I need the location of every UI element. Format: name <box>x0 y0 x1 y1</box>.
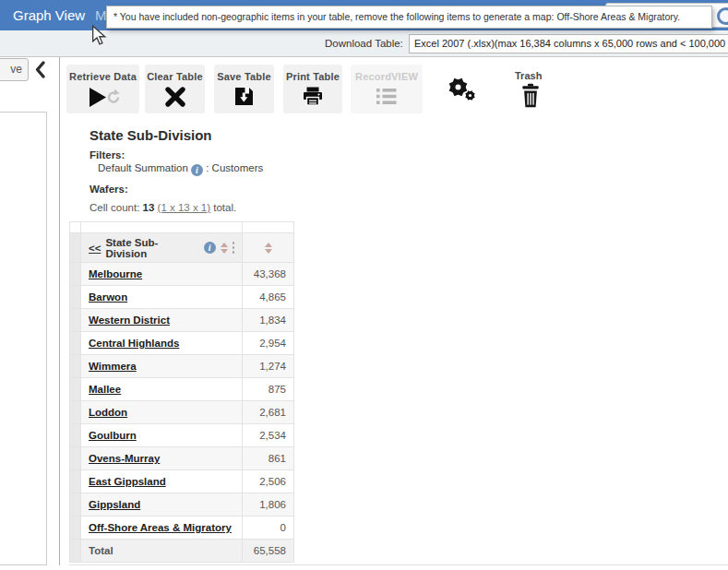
total-row: Total 65,558 <box>70 540 294 563</box>
cell-count-link[interactable]: (1 x 13 x 1) <box>158 202 211 213</box>
clear-table-label: Clear Table <box>145 71 205 82</box>
tab-graph-view[interactable]: Graph View <box>13 0 85 30</box>
retrieve-data-button[interactable]: Retrieve Data <box>66 65 139 113</box>
row-label-link[interactable]: Central Highlands <box>89 338 179 349</box>
row-handle-cell <box>70 378 81 401</box>
row-handle-cell <box>70 540 81 563</box>
save-icon <box>214 86 274 110</box>
row-label-link[interactable]: Goulburn <box>89 430 137 441</box>
settings-gears-icon[interactable] <box>447 76 478 103</box>
spacer-row <box>70 222 294 233</box>
total-value-cell: 65,558 <box>243 540 294 563</box>
row-label-link[interactable]: Barwon <box>89 291 127 303</box>
row-label-link[interactable]: Ovens-Murray <box>89 453 160 464</box>
row-label-link[interactable]: Off-Shore Areas & Migratory <box>89 522 232 533</box>
filters-label: Filters: <box>90 149 125 160</box>
row-value: 1,834 <box>243 309 294 332</box>
download-table-label: Download Table: <box>325 30 403 56</box>
filter-name: Default Summation <box>98 162 188 173</box>
row-handle-cell <box>70 470 81 493</box>
row-label-link[interactable]: Mallee <box>89 384 121 395</box>
page-title: State Sub-Division <box>90 127 212 143</box>
row-handle-cell <box>70 517 81 540</box>
download-format-select[interactable]: Excel 2007 (.xlsx)(max 16,384 columns x … <box>409 34 728 53</box>
column-menu-dots-icon[interactable] <box>233 242 238 254</box>
row-handle-cell <box>70 493 81 517</box>
retrieve-data-label: Retrieve Data <box>66 71 139 82</box>
row-value: 875 <box>243 378 294 401</box>
row-handle-cell <box>70 309 81 332</box>
table-row: Melbourne 43,368 <box>70 263 294 286</box>
wafers-label: Wafers: <box>90 184 128 195</box>
save-table-label: Save Table <box>214 71 274 82</box>
column-header-cell: << State Sub-Division i <box>81 233 243 263</box>
table-row: Barwon 4,865 <box>70 286 294 309</box>
row-label-link[interactable]: Gippsland <box>89 499 140 510</box>
filter-value: Customers <box>212 162 264 173</box>
row-value: 43,368 <box>243 263 294 286</box>
trash-label: Trash <box>515 70 542 81</box>
table-row: Western District 1,834 <box>70 309 294 332</box>
row-label-link[interactable]: Melbourne <box>89 268 142 279</box>
row-value: 861 <box>243 447 294 470</box>
row-value: 2,681 <box>243 401 294 424</box>
trash-icon[interactable] <box>519 83 543 109</box>
row-value: 2,534 <box>243 424 294 447</box>
row-value: 1,274 <box>243 355 294 378</box>
row-handle-cell <box>70 424 81 447</box>
info-icon[interactable]: i <box>191 164 203 176</box>
sidebar-divider <box>59 57 60 565</box>
move-column-link[interactable]: << <box>89 243 101 254</box>
help-circle-icon[interactable] <box>717 7 728 25</box>
recordview-label: RecordVIEW <box>351 71 423 82</box>
row-handle-cell <box>70 401 81 424</box>
play-refresh-icon <box>66 86 139 110</box>
row-value: 1,806 <box>243 493 294 517</box>
total-label-cell: Total <box>81 540 243 563</box>
cell-count-line: Cell count: 13 (1 x 13 x 1) total. <box>90 202 236 213</box>
table-row: Ovens-Murray 861 <box>70 447 294 470</box>
table-header-row: << State Sub-Division i <box>70 233 294 263</box>
sort-arrows-icon[interactable] <box>221 243 228 254</box>
row-label-link[interactable]: Loddon <box>89 407 127 418</box>
table-row: Mallee 875 <box>70 378 294 401</box>
column-info-icon[interactable]: i <box>204 242 216 254</box>
filter-line: Default Summation i : Customers <box>98 162 263 176</box>
value-sort-arrows-icon[interactable] <box>265 243 272 254</box>
mouse-cursor-icon <box>91 25 108 45</box>
clear-table-button[interactable]: Clear Table <box>145 65 205 113</box>
table-row: Off-Shore Areas & Migratory 0 <box>70 517 294 540</box>
row-label-link[interactable]: Wimmera <box>89 361 137 372</box>
sidebar-panel <box>0 112 47 565</box>
content-bottom-divider <box>69 564 728 565</box>
map-warning-tooltip: * You have included non-geographic items… <box>106 6 712 29</box>
recordview-button[interactable]: RecordVIEW <box>351 65 423 113</box>
collapse-sidebar-chevron-icon[interactable] <box>33 59 47 80</box>
value-column-header-cell <box>243 233 294 263</box>
download-bar: Download Table: Excel 2007 (.xlsx)(max 1… <box>0 30 728 57</box>
table-row: Gippsland 1,806 <box>70 493 294 517</box>
row-value: 2,506 <box>243 470 294 493</box>
clear-x-icon <box>145 86 205 110</box>
cell-count-value: 13 <box>143 202 155 213</box>
row-value: 2,954 <box>243 332 294 355</box>
row-handle-cell <box>70 286 81 309</box>
cell-count-suffix: total. <box>213 202 236 213</box>
cell-count-prefix: Cell count: <box>90 202 139 213</box>
table-body: Melbourne 43,368 Barwon 4,865 Western Di… <box>70 263 294 540</box>
sidebar-partial-button[interactable]: ve <box>0 58 29 81</box>
printer-icon <box>283 86 342 110</box>
print-table-button[interactable]: Print Table <box>283 65 342 113</box>
row-handle-cell <box>70 447 81 470</box>
table-row: Goulburn 2,534 <box>70 424 294 447</box>
table-row: Central Highlands 2,954 <box>70 332 294 355</box>
row-handle-cell <box>70 355 81 378</box>
filter-separator: : <box>206 162 209 173</box>
row-label-link[interactable]: East Gippsland <box>89 476 166 487</box>
print-table-label: Print Table <box>283 71 342 82</box>
row-handle-cell <box>70 332 81 355</box>
save-table-button[interactable]: Save Table <box>214 65 274 113</box>
column-header-label: State Sub-Division <box>105 237 198 259</box>
row-label-link[interactable]: Western District <box>89 315 170 326</box>
table-row: Loddon 2,681 <box>70 401 294 424</box>
